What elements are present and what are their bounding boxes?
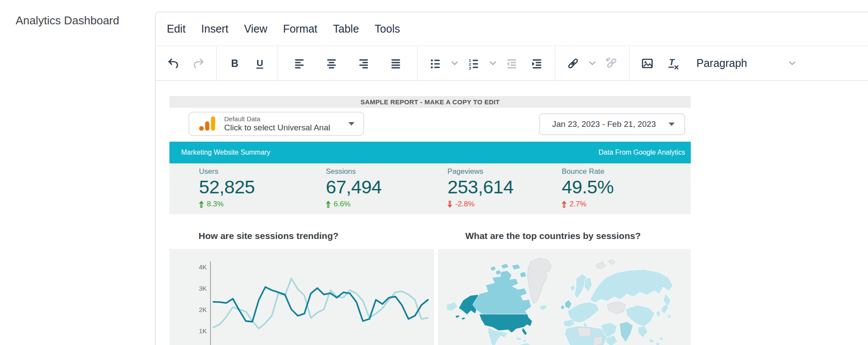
metric-delta: -2.8% — [447, 200, 514, 209]
menu-table[interactable]: Table — [325, 23, 367, 35]
undo-button[interactable] — [161, 51, 186, 76]
y-axis-tick: 4K — [199, 263, 207, 271]
menu-format[interactable]: Format — [275, 23, 325, 35]
image-button[interactable] — [635, 51, 660, 76]
align-justify-button[interactable] — [380, 51, 412, 76]
metric-delta-value: 6.6% — [334, 200, 351, 209]
metric-bounce-rate: Bounce Rate49.5%2.7% — [562, 167, 613, 209]
align-left-icon — [292, 56, 306, 70]
metric-delta-value: -2.8% — [455, 200, 474, 209]
align-right-button[interactable] — [348, 51, 380, 76]
dropdown-caret-icon — [669, 123, 675, 126]
metric-label: Pageviews — [447, 167, 514, 176]
metric-delta: 8.3% — [199, 200, 255, 209]
trend-up-arrow-icon — [562, 201, 567, 208]
menu-view[interactable]: View — [236, 23, 275, 35]
dropdown-caret-icon — [348, 122, 354, 126]
numbered-list-button[interactable]: 123 — [461, 51, 486, 76]
toolbar: BU123TParagraph — [156, 46, 868, 81]
indent-button[interactable] — [524, 51, 550, 76]
chevron-down-icon[interactable] — [448, 51, 461, 76]
sessions-line-chart: 4K3K2K1K — [169, 251, 434, 345]
bullet-list-icon — [428, 56, 442, 70]
unlink-icon — [604, 56, 618, 70]
menu-edit[interactable]: Edit — [159, 23, 193, 35]
y-axis-tick: 3K — [199, 285, 207, 292]
metric-delta-value: 2.7% — [570, 200, 586, 209]
date-range-value: Jan 23, 2023 - Feb 21, 2023 — [552, 119, 656, 129]
metric-value: 49.5% — [562, 176, 613, 198]
bold-button[interactable]: B — [222, 51, 247, 76]
metric-label: Users — [199, 167, 255, 176]
rich-text-editor: EditInsertViewFormatTableTools BU123TPar… — [155, 12, 868, 345]
report-header-title: Marketing Website Summary — [181, 149, 270, 156]
page-title: Analytics Dashboard — [16, 14, 119, 27]
bullet-list-button[interactable] — [423, 51, 448, 76]
data-source-value: Click to select Universal Anal — [224, 123, 338, 133]
outdent-icon — [505, 56, 519, 70]
align-left-button[interactable] — [283, 51, 315, 76]
metric-pageviews: Pageviews253,614-2.8% — [447, 167, 514, 209]
undo-icon — [166, 56, 180, 70]
outdent-button[interactable] — [499, 51, 524, 76]
clear-formatting-icon: T — [666, 56, 679, 70]
redo-icon — [192, 56, 205, 70]
report-header-source: Data From Google Analytics — [599, 149, 685, 156]
y-axis-tick: 2K — [199, 306, 207, 313]
svg-text:T: T — [669, 57, 675, 67]
align-center-button[interactable] — [315, 51, 348, 76]
toolbar-group: BU — [216, 46, 278, 80]
metrics-band: Users52,8258.3%Sessions67,4946.6%Pagevie… — [169, 163, 691, 214]
image-icon — [640, 56, 654, 70]
trend-up-arrow-icon — [199, 201, 204, 208]
align-center-icon — [325, 56, 338, 70]
clear-formatting-button[interactable]: T — [660, 51, 685, 76]
chevron-down-icon — [788, 61, 796, 66]
chevron-down-icon[interactable] — [586, 51, 599, 76]
google-analytics-icon — [198, 115, 216, 133]
indent-icon — [530, 56, 544, 70]
sessions-trend-panel: How are site sessions trending? 4K3K2K1K — [169, 214, 434, 345]
screen: Analytics Dashboard EditInsertViewFormat… — [0, 0, 868, 345]
unlink-button[interactable] — [599, 51, 624, 76]
trend-down-arrow-icon — [447, 201, 452, 208]
world-choropleth-map — [447, 252, 679, 345]
metric-users: Users52,8258.3% — [199, 167, 255, 209]
menu-insert[interactable]: Insert — [193, 23, 236, 35]
svg-text:3: 3 — [469, 66, 471, 70]
toolbar-group — [278, 46, 417, 80]
metric-value: 67,494 — [326, 176, 382, 198]
metric-label: Bounce Rate — [562, 167, 613, 176]
metric-delta: 6.6% — [326, 200, 382, 209]
underline-icon: U — [253, 56, 267, 70]
redo-button[interactable] — [186, 51, 211, 76]
data-source-texts: Default Data Click to select Universal A… — [224, 115, 338, 132]
metric-value: 52,825 — [199, 176, 255, 198]
metric-value: 253,614 — [447, 176, 514, 198]
metric-delta: 2.7% — [562, 200, 613, 209]
underline-button[interactable]: U — [247, 51, 272, 76]
svg-text:U: U — [257, 58, 263, 68]
link-button[interactable] — [560, 51, 586, 76]
trend-up-arrow-icon — [326, 201, 331, 208]
paragraph-style-select[interactable]: Paragraph — [696, 57, 796, 70]
metric-label: Sessions — [326, 167, 382, 176]
editor-content[interactable]: SAMPLE REPORT - MAKE A COPY TO EDIT Defa… — [156, 81, 868, 345]
date-range-selector[interactable]: Jan 23, 2023 - Feb 21, 2023 — [539, 113, 685, 135]
countries-map-title: What are the top countries by sessions? — [465, 231, 641, 241]
data-source-selector[interactable]: Default Data Click to select Universal A… — [189, 112, 364, 136]
numbered-list-icon: 123 — [467, 56, 480, 70]
metric-delta-value: 8.3% — [207, 200, 224, 209]
sessions-chart-title: How are site sessions trending? — [199, 231, 338, 241]
sample-report-banner: SAMPLE REPORT - MAKE A COPY TO EDIT — [169, 96, 691, 108]
chevron-down-icon[interactable] — [486, 51, 499, 76]
align-justify-icon — [389, 56, 403, 70]
y-axis-tick: 1K — [199, 327, 207, 335]
paragraph-style-value: Paragraph — [696, 57, 747, 70]
countries-map-panel: What are the top countries by sessions? — [438, 214, 691, 345]
menu-tools[interactable]: Tools — [367, 23, 407, 35]
metric-sessions: Sessions67,4946.6% — [326, 167, 382, 209]
data-source-label: Default Data — [224, 115, 338, 123]
report-header-bar: Marketing Website Summary Data From Goog… — [169, 142, 691, 163]
align-right-icon — [357, 56, 371, 70]
